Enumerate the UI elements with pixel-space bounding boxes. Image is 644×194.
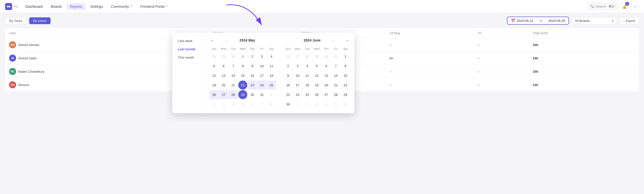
calendar-day[interactable]: 22 [341,81,350,90]
calendar-day[interactable]: 5 [312,61,321,70]
calendar-day[interactable]: 20 [219,81,228,90]
calendar-day[interactable]: 1 [341,52,350,61]
avatar: SH [9,81,16,88]
june-next2-button[interactable]: » [345,37,350,43]
calendar-day[interactable]: 28 [210,52,219,61]
calendar-day[interactable]: 12 [210,71,219,80]
calendar-day[interactable]: 18 [267,71,276,80]
by-users-button[interactable]: By Users [29,17,51,24]
search-kbd: ⌘ k [608,5,615,8]
calendar-day[interactable]: 26 [284,52,293,61]
calendar-day[interactable]: 23 [248,81,257,90]
calendar-day[interactable]: 16 [248,71,257,80]
nav-frontend-portal[interactable]: Frontend Portal [137,3,171,10]
june-next-button[interactable]: › [331,37,335,43]
calendar-day[interactable]: 7 [229,61,238,70]
calendar-day[interactable]: 31 [331,52,340,61]
calendar-day[interactable]: 17 [293,81,302,90]
may-prev-button[interactable]: « [210,37,215,43]
calendar-day[interactable]: 11 [303,71,312,80]
date-range-picker[interactable]: 📅 2024-05-22 To 2024-05-29 [507,17,569,25]
calendar-day[interactable]: 30 [322,52,331,61]
calendar-day[interactable]: 4 [303,61,312,70]
calendar-day[interactable]: 15 [341,71,350,80]
calendar-day[interactable]: 26 [210,90,219,97]
calendar-day[interactable]: 13 [219,71,228,80]
nav-community[interactable]: Community [108,3,136,10]
calendar-day[interactable]: 31 [257,90,266,97]
calendar-day[interactable]: 26 [312,90,321,97]
quick-this-month[interactable]: This month [172,53,205,62]
calendar-day[interactable]: 27 [293,52,302,61]
calendar-day[interactable]: 18 [303,81,312,90]
calendar-day[interactable]: 12 [312,71,321,80]
calendar-day[interactable]: 4 [267,52,276,61]
notification-button[interactable]: 🔔 2 [620,3,628,11]
calendar-day[interactable]: 19 [210,81,219,90]
quick-last-month[interactable]: Last month [172,45,205,53]
calendar-day[interactable]: 29 [238,90,247,97]
calendar-day[interactable]: 1 [267,90,276,97]
calendar-day[interactable]: 10 [293,71,302,80]
calendar-day[interactable]: 2 [284,61,293,70]
calendar-day[interactable]: 27 [219,90,228,97]
cell-24may-1: 6h [385,52,474,65]
calendar-day[interactable]: 25 [267,81,276,90]
nav-settings[interactable]: Settings [87,3,107,10]
by-tasks-button[interactable]: By Tasks [5,17,27,24]
expand-button[interactable]: ⤢ [631,3,639,11]
nav-reports[interactable]: Reports [66,3,86,10]
calendar-day[interactable]: 5 [210,61,219,70]
calendar-day[interactable]: 9 [284,71,293,80]
date-to-input[interactable]: 2024-05-29 [545,17,569,24]
june-title: 2024 June [304,38,321,42]
calendar-day[interactable]: 30 [248,90,257,97]
calendar-day[interactable]: 2 [248,52,257,61]
calendar-day[interactable]: 8 [341,61,350,70]
calendar-day[interactable]: 3 [257,52,266,61]
quick-last-week[interactable]: Last week [172,37,205,45]
calendar-day[interactable]: 16 [284,81,293,90]
nav-boards[interactable]: Boards [47,3,65,10]
calendar-day[interactable]: 9 [248,61,257,70]
calendar-day[interactable]: 11 [267,61,276,70]
calendar-day[interactable]: 15 [238,71,247,80]
calendar-day[interactable]: 30 [229,52,238,61]
nav-dashboard[interactable]: Dashboard [22,3,46,10]
day-name: Sun [284,46,293,51]
calendar-day[interactable]: 28 [331,90,340,97]
calendar-day[interactable]: 22 [238,81,247,90]
export-button[interactable]: ↓ Export [619,17,639,24]
calendar-day[interactable]: 29 [312,52,321,61]
calendar-day[interactable]: 6 [219,61,228,70]
boards-select[interactable]: All Boards ▾ [572,17,617,24]
calendar-day[interactable]: 6 [322,61,331,70]
calendar-day[interactable]: 19 [312,81,321,90]
calendar-day[interactable]: 20 [322,81,331,90]
day-name: Mon [219,46,228,51]
calendar-day[interactable]: 27 [322,90,331,97]
calendar-day[interactable]: 1 [238,52,247,61]
calendar-day[interactable]: 29 [219,52,228,61]
calendar-day[interactable]: 7 [331,61,340,70]
calendar-day[interactable]: 14 [331,71,340,80]
calendar-day[interactable]: 23 [284,90,293,97]
calendar-day[interactable]: 3 [293,61,302,70]
may-prev2-button[interactable]: ‹ [225,37,229,43]
calendar-day[interactable]: 24 [293,90,302,97]
calendar-day[interactable]: 21 [229,81,238,90]
calendar-day[interactable]: 10 [257,61,266,70]
date-from-input[interactable]: 📅 2024-05-22 [507,17,537,24]
calendar-day[interactable]: 14 [229,71,238,80]
calendar-day[interactable]: 24 [257,81,266,90]
calendar-day[interactable]: 17 [257,71,266,80]
calendar-day[interactable]: 28 [303,52,312,61]
calendar-day[interactable]: 28 [229,90,238,97]
calendar-day[interactable]: 29 [341,90,350,97]
search-box[interactable]: 🔍 Search ⌘ k [587,3,618,10]
calendar-day[interactable]: 13 [322,71,331,80]
calendar-day[interactable]: 8 [238,61,247,70]
cell-25-2: -- [474,65,529,78]
calendar-day[interactable]: 21 [331,81,340,90]
calendar-day[interactable]: 25 [303,90,312,97]
